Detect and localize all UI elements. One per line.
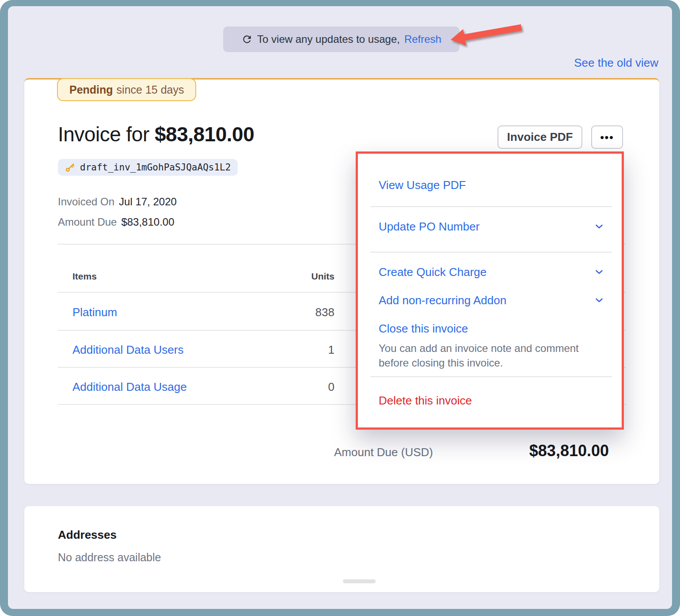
amount-due-row: Amount Due$83,810.00 <box>58 212 177 232</box>
divider <box>370 206 612 207</box>
page-background: To view any updates to usage, Refresh Se… <box>8 6 672 609</box>
key-icon <box>65 162 76 173</box>
table-row: Additional Data Usage 0 <box>72 380 334 394</box>
table-row: Additional Data Users 1 <box>72 343 334 357</box>
table-header: Items Units <box>72 271 334 282</box>
chevron-down-icon <box>595 298 603 303</box>
units-value: 0 <box>328 380 334 394</box>
units-value: 1 <box>328 343 334 357</box>
menu-item-label: Create Quick Charge <box>379 265 486 279</box>
amount-due-value: $83,810.00 <box>121 216 174 228</box>
invoice-actions-menu: View Usage PDF Update PO Number Create Q… <box>356 151 624 430</box>
items-column-header: Items <box>72 271 97 282</box>
drag-handle <box>343 579 376 583</box>
usage-refresh-toast: To view any updates to usage, Refresh <box>223 26 460 52</box>
invoiced-on-value: Jul 17, 2020 <box>119 196 177 208</box>
refresh-link[interactable]: Refresh <box>404 33 441 45</box>
more-actions-button[interactable]: ••• <box>591 125 623 149</box>
item-link-platinum[interactable]: Platinum <box>72 306 117 319</box>
addresses-empty-text: No address available <box>58 551 161 564</box>
annotation-arrow <box>446 20 526 56</box>
see-old-view-link[interactable]: See the old view <box>574 56 658 70</box>
close-invoice-description: You can add an invoice note and comment … <box>379 341 608 370</box>
item-link-additional-data-usage[interactable]: Additional Data Usage <box>72 380 187 394</box>
menu-item-create-quick-charge[interactable]: Create Quick Charge <box>379 265 603 279</box>
invoiced-on-label: Invoiced On <box>58 196 114 208</box>
page-title: Invoice for $83,810.00 <box>58 122 254 146</box>
invoice-pdf-button[interactable]: Invoice PDF <box>498 125 582 149</box>
menu-item-add-non-recurring-addon[interactable]: Add non-recurring Addon <box>379 294 603 307</box>
chevron-down-icon <box>595 270 603 275</box>
units-column-header: Units <box>312 271 335 282</box>
invoice-title-prefix: Invoice for <box>58 123 149 146</box>
item-link-additional-data-users[interactable]: Additional Data Users <box>72 343 183 357</box>
table-row: Platinum 838 <box>72 306 334 319</box>
invoiced-on-row: Invoiced OnJul 17, 2020 <box>58 192 177 212</box>
menu-item-close-this-invoice[interactable]: Close this invoice <box>379 322 468 336</box>
toast-message: To view any updates to usage, <box>257 33 400 45</box>
divider <box>370 252 612 253</box>
invoice-meta: Invoiced OnJul 17, 2020 Amount Due$83,81… <box>58 192 177 232</box>
menu-item-label: Add non-recurring Addon <box>379 294 506 307</box>
screen-frame: To view any updates to usage, Refresh Se… <box>0 0 680 616</box>
refresh-icon <box>241 34 253 45</box>
amount-due-label: Amount Due <box>58 216 117 228</box>
divider <box>370 376 612 377</box>
invoice-id: draft_inv_1mGohPaSJQaAQs1L2 <box>80 162 231 173</box>
units-value: 838 <box>315 306 334 319</box>
status-badge-status: Pending <box>69 83 113 96</box>
status-badge: Pending since 15 days <box>57 78 196 101</box>
menu-item-view-usage-pdf[interactable]: View Usage PDF <box>379 178 466 192</box>
status-badge-since: since 15 days <box>117 83 184 96</box>
invoice-title-amount: $83,810.00 <box>155 123 254 146</box>
menu-item-delete-this-invoice[interactable]: Delete this invoice <box>379 394 472 408</box>
addresses-title: Addresses <box>58 528 117 542</box>
menu-item-update-po-number[interactable]: Update PO Number <box>379 220 603 234</box>
menu-item-label: Update PO Number <box>379 220 479 234</box>
addresses-card: Addresses No address available <box>24 506 659 592</box>
total-amount-value: $83,810.00 <box>529 442 609 460</box>
total-amount-label: Amount Due (USD) <box>334 446 433 459</box>
invoice-id-chip[interactable]: draft_inv_1mGohPaSJQaAQs1L2 <box>58 159 238 176</box>
chevron-down-icon <box>595 224 603 229</box>
